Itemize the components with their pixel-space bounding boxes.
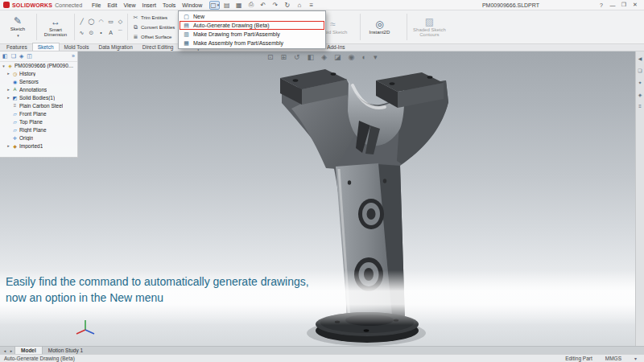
menu-item-make-assembly[interactable]: ▦ Make Assembly from Part/Assembly xyxy=(180,39,324,47)
minimize-button[interactable]: — xyxy=(607,1,618,10)
cm-tab-direct-editing[interactable]: Direct Editing xyxy=(138,43,179,51)
redo-button[interactable]: ↷ xyxy=(270,1,280,10)
resources-icon[interactable]: ❏ xyxy=(638,68,642,73)
status-options-icon[interactable]: ▾ xyxy=(634,356,637,361)
previous-view-icon[interactable]: ↺ xyxy=(294,53,300,61)
restore-button[interactable]: ❐ xyxy=(618,1,630,10)
new-button[interactable]: ▢ ▾ xyxy=(209,1,220,10)
solidworks-logo-text: SOLIDWORKS xyxy=(12,2,52,8)
section-view-icon[interactable]: ◧ xyxy=(308,53,315,61)
shaded-sketch-contours-button[interactable]: ▨ Shaded Sketch Contours xyxy=(410,11,448,43)
tab-motion-study-1[interactable]: Motion Study 1 xyxy=(43,347,89,354)
tree-item-sensors[interactable]: ◉ Sensors xyxy=(0,77,77,85)
tab-scroll-right-icon[interactable]: ▸ xyxy=(8,347,14,354)
cm-tab-sketch[interactable]: Sketch xyxy=(32,43,60,51)
open-button[interactable]: ▤ xyxy=(221,1,232,10)
sketch-icon: ✎ xyxy=(14,16,22,26)
shaded-sketch-contours-icon: ▨ xyxy=(425,17,434,27)
tree-item-origin[interactable]: ✛ Origin xyxy=(0,134,77,142)
expander-icon[interactable]: ▸ xyxy=(6,87,10,92)
rebuild-button[interactable]: ↻ xyxy=(282,1,292,10)
custom-properties-icon[interactable]: ≡ xyxy=(638,104,642,109)
line-tool-icon[interactable]: ╱ xyxy=(77,16,86,27)
display-style-icon[interactable]: ◪ xyxy=(334,53,341,61)
help-icon: ? xyxy=(600,2,603,8)
undo-button[interactable]: ↶ xyxy=(258,1,268,10)
spline-tool-icon[interactable]: ∿ xyxy=(77,27,86,38)
dimxpert-tab-icon[interactable]: ◫ xyxy=(27,53,32,60)
zoom-fit-icon[interactable]: ⊡ xyxy=(267,53,274,61)
coordinate-triad xyxy=(74,317,97,336)
trim-entities-icon: ✂ xyxy=(132,14,139,21)
design-library-icon[interactable]: ✦ xyxy=(638,80,642,85)
print-button[interactable]: ⎙ xyxy=(246,1,256,10)
menu-item-new[interactable]: ▢ New xyxy=(180,12,324,21)
rectangle-tool-icon[interactable]: ▭ xyxy=(106,16,115,27)
circle-tool-icon[interactable]: ◯ xyxy=(87,16,96,27)
new-dropdown-menu: ▢ New ▤ Auto-Generate Drawing (Beta) ▥ M… xyxy=(178,10,326,49)
hide-show-icon[interactable]: ◉ xyxy=(349,53,355,61)
menu-item-auto-generate-drawing[interactable]: ▤ Auto-Generate Drawing (Beta) xyxy=(180,21,324,30)
featuremanager-tab-icon[interactable]: ◧ xyxy=(2,53,8,60)
polygon-tool-icon[interactable]: ◇ xyxy=(116,16,125,27)
centerline-tool-icon[interactable]: ⌒ xyxy=(116,27,125,38)
tree-item-annotations[interactable]: ▸ A Annotations xyxy=(0,85,77,93)
help-button[interactable]: ? xyxy=(596,1,607,10)
tab-scroll-left-icon[interactable]: ◂ xyxy=(2,347,8,354)
scene-settings-icon[interactable]: ▾ xyxy=(374,53,378,61)
tree-item-front-plane[interactable]: ▱ Front Plane xyxy=(0,109,77,117)
propertymanager-tab-icon[interactable]: ❏ xyxy=(11,53,16,60)
tree-item-right-plane[interactable]: ▱ Right Plane xyxy=(0,125,77,134)
menubar-item-edit[interactable]: Edit xyxy=(104,2,120,8)
expand-pane-icon[interactable]: » xyxy=(72,53,75,60)
offset-surface-button[interactable]: ≣ Offset Surface xyxy=(130,32,176,41)
menubar-item-insert[interactable]: Insert xyxy=(138,2,159,8)
expander-icon[interactable]: ▸ xyxy=(6,71,10,76)
rebuild-icon: ↻ xyxy=(284,2,290,9)
appearances-icon[interactable]: ◈ xyxy=(638,92,642,97)
smart-dimension-button[interactable]: ↔ Smart Dimension xyxy=(39,11,72,43)
home-button[interactable]: ⌂ xyxy=(294,1,304,10)
expander-icon[interactable]: ▾ xyxy=(2,64,6,68)
menubar-item-window[interactable]: Window xyxy=(179,2,205,8)
task-pane-strip: ◀ ❏ ✦ ◈ ≡ xyxy=(635,51,644,346)
edit-appearance-icon[interactable]: ◐ xyxy=(361,53,365,61)
tree-item-top-plane[interactable]: ▱ Top Plane xyxy=(0,117,77,125)
collapse-pane-icon[interactable]: ◀ xyxy=(638,56,642,61)
text-tool-icon[interactable]: A xyxy=(106,27,115,38)
instant2d-button[interactable]: ◎ Instant2D xyxy=(363,11,395,43)
expander-icon[interactable]: ▸ xyxy=(6,143,10,148)
menubar-item-view[interactable]: View xyxy=(120,2,138,8)
tree-item-material[interactable]: ≡ Plain Carbon Steel xyxy=(0,101,77,109)
units-selector[interactable]: MMGS xyxy=(605,356,621,361)
configurationmanager-tab-icon[interactable]: ◈ xyxy=(19,53,23,60)
tree-item-imported1[interactable]: ▸ ◆ Imported1 xyxy=(0,142,77,150)
save-button[interactable]: ▦ xyxy=(233,1,244,10)
modify-entities-group: ✂ Trim Entities ⧉ Convert Entities ≣ Off… xyxy=(130,11,176,43)
plane-icon: ▱ xyxy=(12,119,18,125)
menu-item-make-drawing[interactable]: ▥ Make Drawing from Part/Assembly xyxy=(180,30,324,39)
tab-model[interactable]: Model xyxy=(14,347,43,354)
expander-icon[interactable]: ▸ xyxy=(6,95,10,100)
sketch-button[interactable]: ✎ Sketch ▾ xyxy=(2,11,34,43)
options-button[interactable]: ≡ xyxy=(306,1,316,10)
point-tool-icon[interactable]: • xyxy=(97,27,105,38)
ellipse-tool-icon[interactable]: ⊙ xyxy=(87,27,96,38)
tree-item-history[interactable]: ▸ ◷ History xyxy=(0,69,77,77)
menubar-item-file[interactable]: File xyxy=(89,2,104,8)
view-orientation-icon[interactable]: ◈ xyxy=(321,53,327,61)
cm-tab-features[interactable]: Features xyxy=(2,43,32,51)
cm-tab-data-migration[interactable]: Data Migration xyxy=(93,43,137,51)
auto-generate-drawing-icon: ▤ xyxy=(183,23,190,29)
redo-icon: ↷ xyxy=(272,2,278,9)
zoom-area-icon[interactable]: ⊞ xyxy=(281,53,287,61)
menubar-item-tools[interactable]: Tools xyxy=(159,2,179,8)
smart-dimension-icon: ↔ xyxy=(51,17,60,27)
arc-tool-icon[interactable]: ◠ xyxy=(97,16,105,27)
tree-item-solid-bodies[interactable]: ▸ ◩ Solid Bodies(1) xyxy=(0,93,77,101)
tree-root-part[interactable]: ▾ ◈ PM00909666 (PM00909666) <<Def xyxy=(0,62,77,69)
cm-tab-mold-tools[interactable]: Mold Tools xyxy=(60,43,94,51)
close-button[interactable]: ✕ xyxy=(630,1,641,10)
trim-entities-button[interactable]: ✂ Trim Entities xyxy=(130,13,176,22)
convert-entities-button[interactable]: ⧉ Convert Entities xyxy=(130,23,176,31)
